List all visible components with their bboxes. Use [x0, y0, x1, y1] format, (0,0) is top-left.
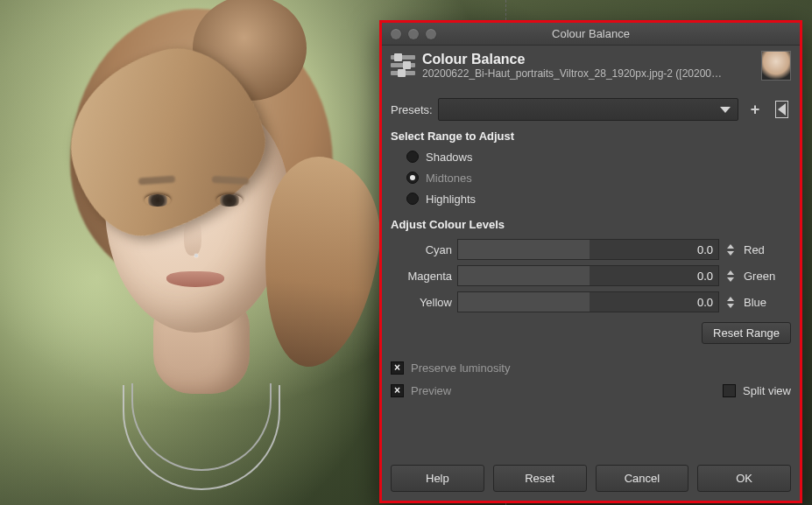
chevron-down-icon[interactable] — [727, 277, 734, 282]
chevron-down-icon[interactable] — [727, 304, 734, 308]
dialog-button-bar: Help Reset Cancel OK — [391, 465, 791, 492]
slider-cyan-red: Cyan 0.0 Red — [391, 236, 791, 263]
slider-right-label: Green — [744, 270, 791, 283]
split-view-check[interactable]: Split view — [723, 384, 791, 397]
slider-value: 0.0 — [697, 292, 713, 312]
chevron-up-icon[interactable] — [727, 297, 734, 301]
preset-menu-button[interactable] — [772, 100, 791, 119]
dialog-subtitle: 20200622_Bi-Haut_portraits_Viltrox_28_19… — [422, 67, 754, 80]
presets-label: Presets: — [391, 103, 433, 116]
help-button[interactable]: Help — [391, 465, 484, 492]
dialog-title: Colour Balance — [422, 52, 754, 67]
slider-right-label: Blue — [744, 296, 791, 309]
range-midtones[interactable]: Midtones — [406, 167, 791, 188]
checkbox-icon: × — [391, 384, 404, 397]
image-thumbnail[interactable] — [761, 51, 791, 81]
triangle-left-icon — [778, 103, 786, 116]
ok-button[interactable]: OK — [697, 465, 791, 492]
preset-add-button[interactable]: + — [745, 100, 765, 119]
colour-balance-dialog: Colour Balance Colour Balance 20200622_B… — [379, 20, 802, 503]
slider-spinner[interactable] — [724, 291, 737, 312]
sliders-icon — [391, 53, 415, 78]
slider-spinner[interactable] — [724, 265, 737, 286]
checkbox-icon — [723, 384, 736, 397]
levels-section-title: Adjust Colour Levels — [391, 218, 791, 231]
cancel-button[interactable]: Cancel — [596, 465, 689, 492]
chevron-down-icon[interactable] — [727, 251, 734, 256]
slider-value: 0.0 — [697, 266, 713, 285]
slider-left-label: Magenta — [391, 270, 452, 283]
slider-left-label: Yellow — [391, 296, 452, 309]
range-highlights[interactable]: Highlights — [406, 188, 791, 209]
chevron-up-icon[interactable] — [727, 244, 734, 249]
slider-spinner[interactable] — [724, 239, 737, 260]
slider-track[interactable]: 0.0 — [457, 239, 719, 260]
titlebar[interactable]: Colour Balance — [382, 23, 800, 46]
range-radio-group: Shadows Midtones Highlights — [391, 146, 791, 209]
slider-yellow-blue: Yellow 0.0 Blue — [391, 289, 791, 315]
slider-track[interactable]: 0.0 — [457, 291, 719, 312]
window-title: Colour Balance — [382, 27, 800, 40]
slider-left-label: Cyan — [391, 243, 452, 256]
reset-button[interactable]: Reset — [493, 465, 587, 492]
plus-icon: + — [751, 102, 760, 117]
presets-combo[interactable] — [438, 98, 738, 121]
slider-value: 0.0 — [697, 240, 713, 259]
checkbox-icon: × — [391, 361, 404, 375]
slider-right-label: Red — [744, 243, 791, 256]
slider-magenta-green: Magenta 0.0 Green — [391, 263, 791, 289]
chevron-up-icon[interactable] — [727, 270, 734, 275]
reset-range-button[interactable]: Reset Range — [702, 322, 791, 344]
range-shadows[interactable]: Shadows — [406, 146, 791, 167]
preserve-luminosity-check[interactable]: × Preserve luminosity — [391, 356, 791, 379]
chevron-down-icon — [720, 107, 731, 113]
slider-track[interactable]: 0.0 — [457, 265, 719, 286]
preview-check[interactable]: Preview — [411, 384, 451, 397]
range-section-title: Select Range to Adjust — [391, 130, 791, 143]
dialog-header: Colour Balance 20200622_Bi-Haut_portrait… — [382, 46, 800, 88]
portrait-photo — [0, 0, 377, 505]
